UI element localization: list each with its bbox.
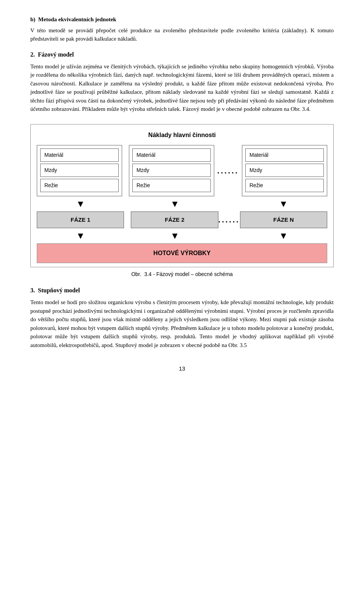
phaseN-inner: Materiál Mzdy Režie xyxy=(242,145,327,196)
phase2-box-mzdy: Mzdy xyxy=(132,164,211,177)
page-number: 13 xyxy=(30,364,334,373)
hotove-bar: HOTOVÉ VÝROBKY xyxy=(37,243,327,263)
arrowN-down: ▼ xyxy=(240,197,327,211)
section3-heading: 3. Stupňový model xyxy=(30,286,334,295)
phase1-box-material: Materiál xyxy=(40,148,119,162)
faze2-bar: FÁZE 2 xyxy=(131,211,218,229)
phaseN-box-mzdy: Mzdy xyxy=(245,164,324,177)
phase2-inner: Materiál Mzdy Režie xyxy=(129,145,214,196)
arrow2b-down: ▼ xyxy=(131,229,219,243)
phaseN-box-rezie: Režie xyxy=(245,179,324,192)
diagram-title: Náklady hlavní činnosti xyxy=(37,131,327,140)
para3: Tento model se hodí pro složitou organic… xyxy=(30,298,334,349)
heading-b: b) Metoda ekvivalentních jednotek xyxy=(30,15,334,24)
para2: Tento model je užíván zejména ve členitý… xyxy=(30,62,334,114)
section2-heading: 2. Fázový model xyxy=(30,50,334,59)
phaseN-box-material: Materiál xyxy=(245,148,324,162)
phase2-box-rezie: Režie xyxy=(132,179,211,192)
phaseN-col-wrapper: Materiál Mzdy Režie xyxy=(242,145,327,196)
faze1-bar: FÁZE 1 xyxy=(37,211,124,229)
para1: V této metodě se provádí přepočet celé p… xyxy=(30,26,334,43)
phase1-box-rezie: Režie xyxy=(40,179,119,192)
phase2-box-material: Materiál xyxy=(132,148,211,162)
diagram-container: Náklady hlavní činnosti Materiál Mzdy Re… xyxy=(30,124,334,268)
obr-caption: Obr. 3.4 - Fázový model – obecné schéma xyxy=(30,270,334,278)
phase1-col-wrapper: Materiál Mzdy Režie xyxy=(37,145,122,196)
phase1-box-mzdy: Mzdy xyxy=(40,164,119,177)
arrow1-down: ▼ xyxy=(37,197,124,211)
arrow2-down: ▼ xyxy=(131,197,219,211)
arrow1b-down: ▼ xyxy=(37,229,124,243)
dots-col: ...... xyxy=(214,145,242,196)
phase1-inner: Materiál Mzdy Režie xyxy=(37,145,122,196)
faze-dots-bar: ...... xyxy=(218,213,240,226)
arrowNb-down: ▼ xyxy=(240,229,327,243)
phase2-col-wrapper: Materiál Mzdy Režie xyxy=(129,145,214,196)
faze1-label: FÁZE 1 xyxy=(37,211,124,229)
faze2-label: FÁZE 2 xyxy=(131,211,218,229)
fazeN-label: FÁZE N xyxy=(240,211,327,229)
fazeN-bar: FÁZE N xyxy=(240,211,327,229)
